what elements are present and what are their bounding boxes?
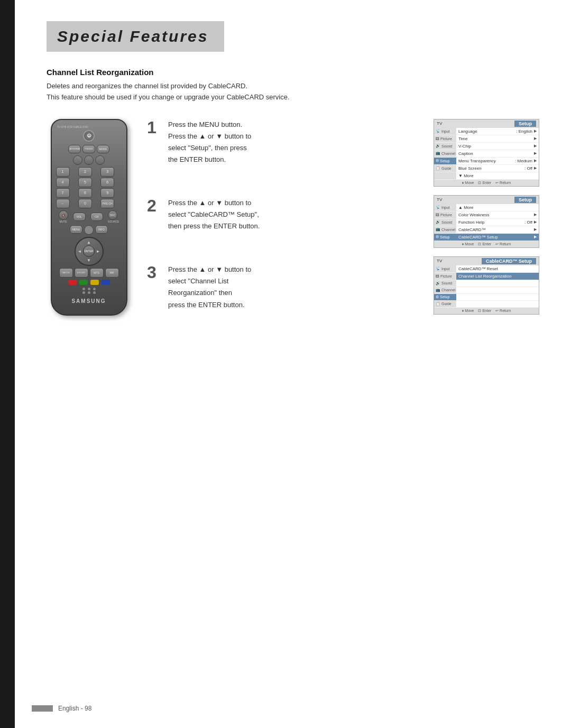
pmode-button[interactable]: P.MODE <box>82 145 95 153</box>
cablecard-setup-arrow: ▶ <box>534 235 537 239</box>
sidebar-setup-1: ⚙ Setup <box>434 158 456 164</box>
enter-button[interactable]: ENTER <box>83 245 95 257</box>
menu-content-vchip: V-Chip ▶ <box>456 143 539 150</box>
menu-item-vchip: V-Chip <box>458 144 471 149</box>
menu-content-guide-3 <box>456 301 539 307</box>
remote-control: TV STB VCR CABLE DVD ⏻ ANTENNA P.MODE MO… <box>47 119 131 316</box>
menu-item-cablecard-setup: CableCARD™ Setup <box>458 235 498 239</box>
nav-down-arrow[interactable]: ▼ <box>87 258 91 263</box>
func-button[interactable] <box>84 225 94 235</box>
num-8[interactable]: 8 <box>78 188 92 198</box>
step-2: 2 Press the ▲ or ▼ button to select "Cab… <box>147 197 418 232</box>
num-2[interactable]: 2 <box>78 167 92 177</box>
menu-item-bluescreen: Blue Screen <box>458 166 482 171</box>
menu-item-moreup: ▲ More <box>458 205 473 210</box>
step-2-content: Press the ▲ or ▼ button to select "Cable… <box>168 197 418 232</box>
menu-content-caption: Caption ▶ <box>456 150 539 157</box>
sidebar-empty-1 <box>434 172 456 179</box>
menu-content-bluescreen: Blue Screen : Off ▶ <box>456 165 539 172</box>
info-button[interactable]: INFO <box>95 225 108 234</box>
menu-item-caption: Caption <box>458 151 473 156</box>
color-buttons <box>56 280 122 285</box>
tv-screen-2-footer: ♦ Move ⊡ Enter ↩ Return <box>434 241 539 247</box>
sidebar-picture-3: 🖼 Picture <box>434 273 456 280</box>
menu-content-time: Time ▶ <box>456 135 539 142</box>
source-area: SRC SOURCE <box>108 210 119 223</box>
menu-row-cablecard-setup: ⚙ Setup CableCARD™ Setup ▶ <box>434 234 539 241</box>
nav-right-arrow[interactable]: ► <box>96 249 100 254</box>
tv-screen-1-title: Setup <box>514 121 536 127</box>
mts-button[interactable]: MTS <box>90 268 104 278</box>
antenna-button[interactable]: ANTENNA <box>68 145 81 153</box>
footer-move-2: ♦ Move <box>462 242 474 246</box>
step-2-text: Press the ▲ or ▼ button to select "Cable… <box>168 197 418 232</box>
favch-button[interactable]: FAV.CH <box>59 268 73 278</box>
mode-button[interactable]: MODE <box>97 145 109 153</box>
sidebar-sound-1: 🔊 Sound <box>434 143 456 150</box>
tv-screen-2-header: TV Setup <box>434 196 539 204</box>
vol-button[interactable]: VOL <box>73 213 86 221</box>
sidebar-channel-2: 📺 Channel <box>434 226 456 233</box>
pip-button[interactable]: PIP <box>105 268 119 278</box>
menu-content-channel-3 <box>456 287 539 293</box>
sidebar-picture-2: 🖼 Picture <box>434 211 456 218</box>
blue-button[interactable] <box>102 280 110 285</box>
nav-left-arrow[interactable]: ◄ <box>78 249 82 254</box>
num-0[interactable]: 0 <box>78 199 92 208</box>
power-button[interactable]: ⏻ <box>83 130 95 142</box>
num-7[interactable]: 7 <box>56 188 70 198</box>
sidebar-setup-3: ⚙ Setup <box>434 294 456 300</box>
btn-round-2[interactable] <box>84 155 94 165</box>
yellow-button[interactable] <box>90 280 99 285</box>
btn-round-1[interactable] <box>73 155 82 165</box>
tv-screens: TV Setup 📡 Input Language : English ▶ <box>434 119 539 315</box>
menu-row-vchip: 🔊 Sound V-Chip ▶ <box>434 143 539 150</box>
pre-ch-btn[interactable]: PRE-CH <box>100 199 114 208</box>
sound-label: Sound <box>441 281 452 285</box>
num-6[interactable]: 6 <box>100 178 114 187</box>
menu-info-row: MENU INFO <box>56 225 122 235</box>
menu-item-cablecard: CableCARD™ <box>458 227 486 232</box>
menu-item-colorweakness: Color Weakness <box>458 213 490 217</box>
menu-row-colorweakness: 🖼 Picture Color Weakness ▶ <box>434 211 539 219</box>
nav-up-arrow[interactable]: ▲ <box>87 240 91 245</box>
step-1-content: Press the MENU button. Press the ▲ or ▼ … <box>168 119 418 165</box>
tv-screen-3-title: CableCARD™ Setup <box>482 258 536 264</box>
menu-content-moreup: ▲ More <box>456 204 539 211</box>
chlist-button[interactable]: CH.LIST <box>75 268 88 278</box>
step-1: 1 Press the MENU button. Press the ▲ or … <box>147 119 418 165</box>
menu-row-cablecard-reset: 📡 Input CableCARD™ Reset <box>434 265 539 273</box>
ch-button[interactable]: CH <box>90 213 103 221</box>
num-5[interactable]: 5 <box>78 178 92 187</box>
bottom-btn-row: FAV.CH CH.LIST MTS PIP <box>56 268 122 278</box>
sidebar-channel-3: 📺 Channel <box>434 287 456 293</box>
source-button[interactable]: SRC <box>108 210 117 220</box>
sidebar-input: 📡 Input <box>434 128 456 135</box>
step-3-number: 3 <box>147 264 160 281</box>
green-button[interactable] <box>79 280 88 285</box>
menu-row-moreup: 📡 Input ▲ More <box>434 204 539 211</box>
cablecard-arrow: ▶ <box>534 227 537 232</box>
num-dash[interactable]: – <box>56 199 70 208</box>
btn-round-3[interactable] <box>95 155 105 165</box>
num-3[interactable]: 3 <box>100 167 114 177</box>
menu-row-language: 📡 Input Language : English ▶ <box>434 128 539 135</box>
menu-button[interactable]: MENU <box>70 225 82 234</box>
samsung-logo: SAMSUNG <box>56 298 122 304</box>
footer-return-2: ↩ Return <box>495 242 511 246</box>
num-1[interactable]: 1 <box>56 167 70 177</box>
num-4[interactable]: 4 <box>56 178 70 187</box>
mute-button[interactable]: 🔇 <box>59 210 68 220</box>
tv-screen-1-header: TV Setup <box>434 119 539 128</box>
navigation-circle[interactable]: ▲ ▼ ◄ ► ENTER <box>75 237 104 266</box>
left-sidebar-bar <box>0 0 15 728</box>
menu-content-channel-list-reorg: Channel List Reorganization <box>456 273 539 280</box>
step-3: 3 Press the ▲ or ▼ button to select "Cha… <box>147 264 418 310</box>
red-button[interactable] <box>68 280 77 285</box>
menu-content-cablecard-reset: CableCARD™ Reset <box>456 265 539 272</box>
num-9[interactable]: 9 <box>100 188 114 198</box>
top-button-row: ANTENNA P.MODE MODE <box>56 145 122 153</box>
footer-bar <box>32 705 53 712</box>
number-grid: 1 2 3 4 5 6 7 8 9 – 0 PRE-CH <box>56 167 122 208</box>
input-icon: 📡 <box>436 129 440 133</box>
